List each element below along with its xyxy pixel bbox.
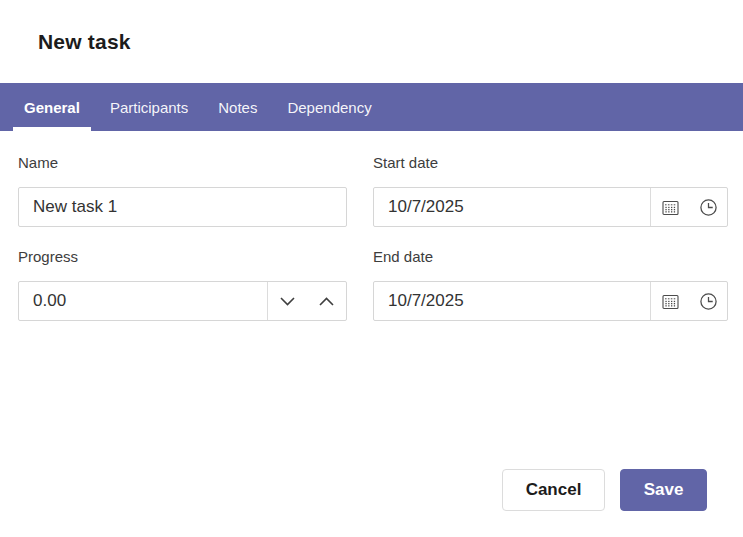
progress-spin-down-button[interactable] xyxy=(268,282,307,320)
end-date-input[interactable] xyxy=(374,282,650,320)
end-date-field-group: End date xyxy=(373,248,728,321)
start-date-input[interactable] xyxy=(374,188,650,226)
start-date-input-box xyxy=(373,187,728,227)
chevron-down-icon xyxy=(279,297,296,306)
calendar-icon xyxy=(662,293,679,310)
tab-notes-label: Notes xyxy=(218,99,257,116)
name-input-box xyxy=(18,187,347,227)
tab-dependency[interactable]: Dependency xyxy=(276,83,382,131)
end-date-clock-button[interactable] xyxy=(689,282,727,320)
clock-icon xyxy=(699,198,718,217)
tab-participants-label: Participants xyxy=(110,99,188,116)
name-input[interactable] xyxy=(19,188,346,226)
cancel-button[interactable]: Cancel xyxy=(502,469,605,511)
tab-general-label: General xyxy=(24,99,80,116)
end-date-calendar-button[interactable] xyxy=(651,282,689,320)
tab-general[interactable]: General xyxy=(13,83,91,131)
start-date-label: Start date xyxy=(373,154,728,172)
calendar-icon xyxy=(662,199,679,216)
tab-bar: General Participants Notes Dependency xyxy=(0,83,743,131)
dialog-title: New task xyxy=(38,30,131,54)
name-field-group: Name xyxy=(18,154,347,227)
end-date-input-box xyxy=(373,281,728,321)
name-label: Name xyxy=(18,154,347,172)
progress-input-box xyxy=(18,281,347,321)
chevron-up-icon xyxy=(318,297,335,306)
tab-dependency-label: Dependency xyxy=(287,99,371,116)
start-date-field-group: Start date xyxy=(373,154,728,227)
start-date-clock-button[interactable] xyxy=(689,188,727,226)
end-date-label: End date xyxy=(373,248,728,266)
tab-participants[interactable]: Participants xyxy=(99,83,199,131)
new-task-dialog: New task General Participants Notes Depe… xyxy=(0,0,743,537)
clock-icon xyxy=(699,292,718,311)
progress-input[interactable] xyxy=(19,282,267,320)
progress-label: Progress xyxy=(18,248,347,266)
save-button[interactable]: Save xyxy=(620,469,707,511)
progress-spin-up-button[interactable] xyxy=(307,282,346,320)
progress-field-group: Progress xyxy=(18,248,347,321)
tab-notes[interactable]: Notes xyxy=(207,83,268,131)
start-date-calendar-button[interactable] xyxy=(651,188,689,226)
